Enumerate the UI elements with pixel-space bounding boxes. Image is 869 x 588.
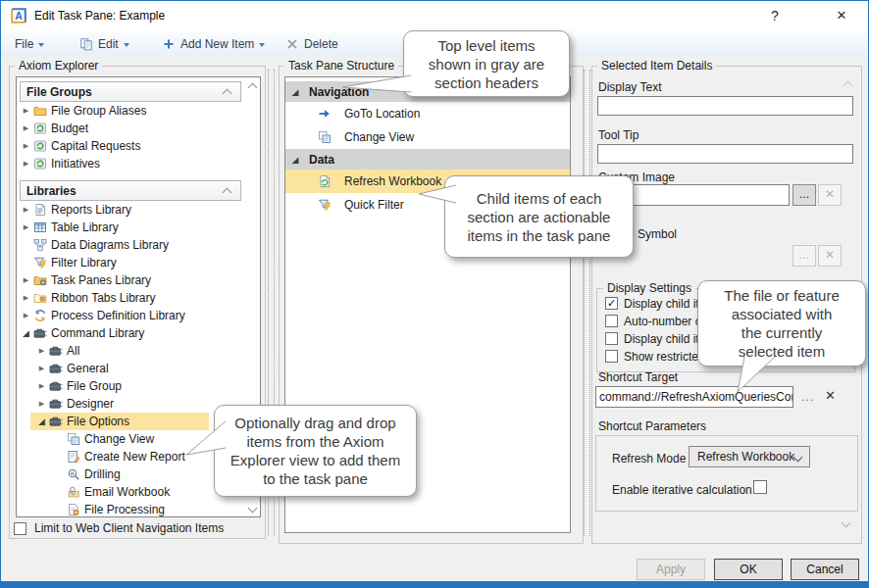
file-menu-button[interactable]: File	[15, 30, 44, 57]
tree-item-budget[interactable]: ▶Budget	[17, 120, 260, 137]
tree-item-task-panes-library[interactable]: ▶Task Panes Library	[17, 271, 260, 289]
scroll-up-icon[interactable]	[248, 83, 258, 93]
expand-arrow-icon[interactable]: ▶	[35, 347, 48, 355]
expand-arrow-icon[interactable]: ▶	[20, 142, 32, 150]
callout-line: items from the Axiom	[246, 432, 383, 451]
email-icon	[66, 485, 80, 499]
file-groups-list: ▶File Group Aliases▶Budget▶Capital Reque…	[17, 102, 260, 172]
reports-icon	[32, 203, 47, 217]
tree-item-label: Filter Library	[51, 256, 117, 270]
display-text-label: Display Text	[598, 80, 661, 94]
tree-item-ribbon-tabs-library[interactable]: ▶Ribbon Tabs Library	[17, 289, 260, 307]
tree-item-data-diagrams-library[interactable]: Data Diagrams Library	[17, 236, 260, 254]
change-view-icon	[66, 432, 80, 446]
expand-arrow-icon[interactable]: ▶	[35, 382, 48, 390]
expand-arrow-icon[interactable]: ▶	[20, 312, 32, 319]
collapse-chevron-icon[interactable]	[223, 89, 232, 99]
custom-image-browse-button[interactable]: ...	[792, 184, 816, 206]
svg-text:A: A	[15, 10, 23, 22]
expand-arrow-icon[interactable]: ▶	[20, 107, 32, 115]
tree-item-process-definition-library[interactable]: ▶Process Definition Library	[17, 307, 260, 324]
collapse-arrow-icon[interactable]: ◢	[20, 328, 32, 338]
callout-line: associated with	[732, 305, 833, 323]
splitter-grip[interactable]	[584, 70, 590, 536]
tree-item-command-library[interactable]: ◢Command Library	[17, 324, 260, 342]
expand-arrow-icon[interactable]: ▶	[20, 206, 32, 214]
shortcut-target-clear-button[interactable]: ✕	[825, 388, 836, 403]
refresh-mode-label: Refresh Mode	[612, 452, 686, 466]
collapse-chevron-icon[interactable]	[843, 81, 853, 91]
collapse-arrow-icon[interactable]: ◢	[289, 87, 301, 97]
delete-button[interactable]: Delete	[285, 30, 338, 57]
expand-arrow-icon[interactable]: ▶	[20, 223, 32, 231]
task-pane-structure-caption: Task Pane Structure	[284, 59, 398, 73]
chevron-down-icon	[124, 43, 129, 47]
refresh-mode-dropdown[interactable]: Refresh Workbook	[689, 446, 810, 467]
tree-item-filter-library[interactable]: Filter Library	[17, 254, 260, 271]
tree-item-file-group[interactable]: ▶File Group	[17, 377, 260, 395]
limit-web-client-row[interactable]: Limit to Web Client Navigation Items	[14, 521, 224, 535]
shortcut-target-browse-button[interactable]: ...	[801, 390, 814, 404]
callout-line: section headers	[434, 74, 538, 92]
ok-button[interactable]: OK	[714, 559, 783, 580]
tree-item-initiatives[interactable]: ▶Initiatives	[17, 155, 260, 172]
iterative-calculation-label: Enable iterative calculation	[612, 483, 752, 497]
tree-item-all[interactable]: ▶All	[17, 342, 260, 360]
edit-menu-button[interactable]: Edit	[79, 30, 129, 57]
checkbox-icon[interactable]	[605, 315, 618, 327]
tree-item-label: Budget	[51, 122, 88, 135]
libraries-header-label: Libraries	[26, 184, 77, 198]
collapse-arrow-icon[interactable]: ◢	[289, 155, 301, 165]
tree-item-table-library[interactable]: ▶Table Library	[17, 219, 260, 236]
display-settings-caption: Display Settings	[603, 281, 695, 295]
libraries-header[interactable]: Libraries	[20, 180, 241, 201]
help-button[interactable]: ?	[762, 1, 788, 30]
tree-item-capital-requests[interactable]: ▶Capital Requests	[17, 137, 260, 155]
checkbox-icon[interactable]: ✓	[605, 297, 618, 310]
command-icon	[48, 379, 63, 393]
tree-item-file-group-aliases[interactable]: ▶File Group Aliases	[17, 102, 260, 120]
close-icon[interactable]: ✕	[829, 1, 854, 30]
cancel-button[interactable]: Cancel	[791, 559, 859, 580]
expand-arrow-icon[interactable]: ▶	[35, 400, 48, 408]
expand-arrow-icon[interactable]: ▶	[20, 276, 32, 284]
expand-arrow-icon[interactable]: ▶	[35, 365, 48, 372]
tree-item-file-processing[interactable]: File Processing	[17, 501, 260, 517]
scroll-down-icon[interactable]	[842, 518, 851, 528]
collapse-arrow-icon[interactable]: ◢	[35, 416, 48, 426]
data-diagrams-icon	[32, 238, 47, 252]
expand-arrow-icon[interactable]: ▶	[20, 124, 32, 132]
callout-line: to the task pane	[263, 469, 368, 488]
tree-item-label: File Processing	[84, 503, 165, 516]
tree-item-reports-library[interactable]: ▶Reports Library	[17, 201, 260, 219]
tree-item-general[interactable]: ▶General	[17, 360, 260, 377]
iterative-calculation-checkbox[interactable]	[753, 480, 767, 494]
task-pane-item-change-view[interactable]: Change View	[285, 125, 570, 149]
callout-line: Explorer view to add them	[230, 451, 400, 469]
file-groups-header[interactable]: File Groups	[20, 81, 241, 102]
tool-tip-label: Tool Tip	[598, 128, 639, 142]
callout-line: selected item	[739, 342, 825, 361]
expand-arrow-icon[interactable]: ▶	[20, 294, 32, 302]
section-header-data[interactable]: ◢Data	[285, 149, 570, 170]
tree-item-label: File Group Aliases	[51, 104, 146, 118]
tree-item-label: Task Panes Library	[51, 273, 151, 287]
change-view-icon	[317, 130, 332, 144]
tree-item-label: Ribbon Tabs Library	[51, 291, 156, 305]
refresh-workbook-icon	[317, 174, 332, 188]
task-pane-item-label: Change View	[344, 130, 414, 144]
task-pane-item-goto-location[interactable]: GoTo Location	[285, 102, 570, 125]
checkbox-icon[interactable]	[605, 332, 618, 345]
expand-arrow-icon[interactable]: ▶	[20, 160, 32, 168]
shortcut-target-input[interactable]: command://RefreshAxiomQueriesCom	[595, 386, 793, 408]
callout-child-items: Child items of eachsection are actionabl…	[444, 175, 634, 258]
callout-line: shown in gray are	[429, 55, 544, 74]
tool-tip-input[interactable]	[597, 144, 853, 164]
task-pane-item-label: Quick Filter	[344, 198, 404, 212]
collapse-chevron-icon[interactable]	[223, 188, 232, 198]
checkbox-icon[interactable]	[14, 522, 26, 535]
checkbox-icon[interactable]	[605, 350, 618, 363]
display-text-input[interactable]	[597, 96, 853, 116]
add-new-item-button[interactable]: Add New Item	[162, 30, 265, 57]
chevron-down-icon	[38, 43, 44, 47]
